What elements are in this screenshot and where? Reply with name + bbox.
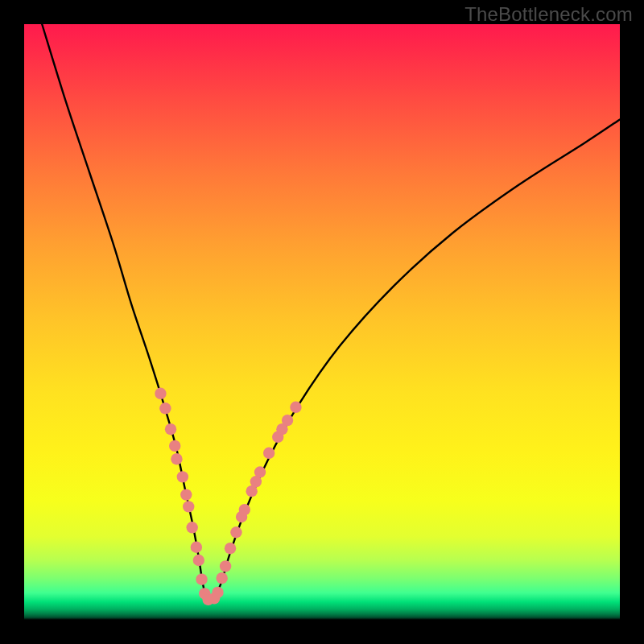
curve-marker xyxy=(159,402,171,414)
watermark-text: TheBottleneck.com xyxy=(464,3,633,26)
curve-marker xyxy=(239,504,250,515)
curve-marker xyxy=(254,466,266,477)
curve-marker xyxy=(230,526,242,538)
curve-marker xyxy=(282,415,293,426)
curve-marker xyxy=(186,522,197,533)
curve-marker xyxy=(183,501,194,512)
curve-marker xyxy=(155,388,166,399)
curve-marker xyxy=(263,448,275,459)
curve-marker xyxy=(216,572,227,584)
chart-frame: TheBottleneck.com xyxy=(0,0,644,644)
chart-svg xyxy=(24,24,620,620)
bottleneck-curve xyxy=(42,24,620,601)
curve-marker xyxy=(165,423,176,435)
curve-marker xyxy=(212,587,223,598)
curve-marker xyxy=(180,489,192,500)
chart-plot-area xyxy=(24,24,620,620)
curve-marker xyxy=(177,471,188,482)
curve-marker xyxy=(225,543,236,554)
curve-markers xyxy=(155,388,301,605)
curve-marker xyxy=(193,555,204,566)
curve-marker xyxy=(290,402,301,413)
curve-marker xyxy=(169,440,180,452)
curve-marker xyxy=(196,573,207,584)
curve-marker xyxy=(220,560,231,572)
curve-marker xyxy=(191,542,202,553)
curve-marker xyxy=(171,453,182,464)
